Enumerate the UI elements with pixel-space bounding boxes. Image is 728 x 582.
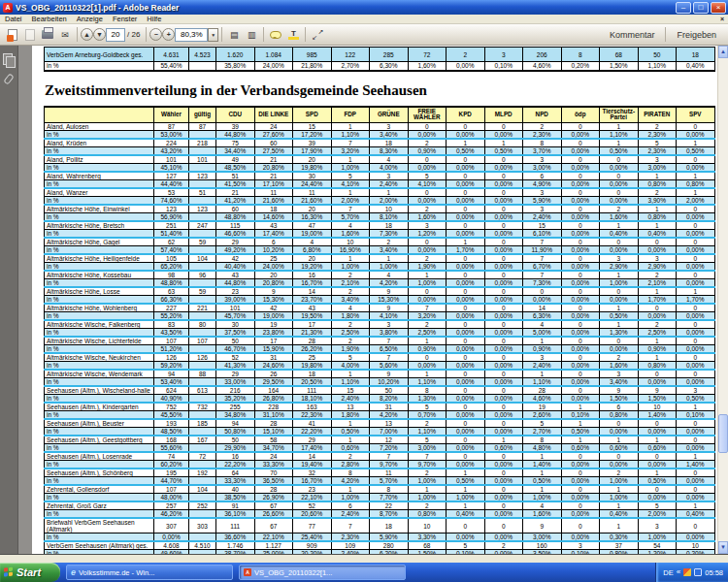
cell: 2 — [408, 139, 447, 147]
cell: 0 — [677, 485, 715, 494]
cell: 20 — [293, 155, 332, 164]
cell: 4,10% — [331, 180, 370, 189]
kommentar-button[interactable]: Kommentar — [602, 30, 663, 40]
add-comment-button[interactable] — [267, 26, 284, 44]
zoom-in-button[interactable]: + — [162, 28, 175, 41]
tray-icon-1[interactable] — [683, 568, 691, 576]
cell: 285 — [370, 48, 409, 62]
cell: 42 — [216, 254, 255, 263]
cell: 1,10% — [408, 378, 447, 387]
scroll-down-button[interactable]: ▼ — [718, 541, 728, 554]
close-button[interactable]: × — [711, 2, 726, 14]
language-indicator[interactable]: DE — [663, 568, 673, 577]
cell: 0,00% — [484, 213, 523, 222]
fit-width-button[interactable]: ▥ — [243, 26, 260, 44]
zoom-level-input[interactable] — [175, 28, 208, 42]
highlight-text-button[interactable]: T — [284, 26, 302, 44]
cell: 29 — [216, 238, 255, 246]
internet-explorer-icon: e — [71, 567, 76, 577]
cell: 0 — [447, 386, 485, 395]
row-label: Altmärkische Wische, Neukirchen — [45, 353, 154, 362]
page-thumbnails-icon[interactable] — [3, 53, 16, 66]
cell: 1 — [523, 370, 562, 378]
scroll-up-button[interactable]: ▲ — [718, 46, 728, 58]
scroll-thumb[interactable] — [718, 414, 728, 453]
cell: 25 — [293, 353, 332, 362]
cell: 1 — [677, 452, 715, 461]
cell: 36,50% — [254, 477, 293, 486]
cell: 7,00% — [370, 428, 409, 436]
print-icon — [42, 30, 53, 39]
cell: 0,60% — [484, 444, 523, 453]
cell: 17,40% — [254, 230, 293, 239]
start-button[interactable]: Start — [0, 563, 60, 582]
cell: 0 — [484, 452, 523, 461]
cell: 5 — [408, 403, 447, 411]
save-button[interactable] — [21, 26, 39, 44]
taskbar-task-pdf[interactable]: A VS_OBG_20110322[1... — [239, 565, 406, 580]
cell: 1 — [523, 485, 562, 494]
cell: 39 — [216, 123, 255, 131]
column-header: NPD — [523, 107, 562, 123]
next-page-button[interactable]: ▼ — [93, 28, 106, 41]
cell: 0 — [677, 518, 715, 534]
taskbar-task-browser[interactable]: e Volksstimme.de - Win... — [66, 565, 233, 580]
fullscreen-button[interactable]: ↗↙ — [309, 26, 326, 44]
tray-chevron-icon[interactable]: « — [677, 568, 680, 576]
cell: 167 — [189, 436, 216, 444]
zoom-out-button[interactable]: − — [149, 28, 162, 41]
cell: 2 — [370, 238, 409, 246]
vertical-scrollbar[interactable]: ▲ ▼ — [717, 46, 728, 554]
row-label: in % — [45, 246, 154, 255]
menu-item-bearbeiten[interactable]: Bearbeiten — [27, 15, 72, 23]
previous-page-button[interactable]: ▲ — [81, 28, 93, 41]
tray-icon-2[interactable] — [694, 568, 702, 576]
cell: 5,70% — [331, 213, 370, 222]
cell: 0 — [561, 254, 600, 263]
attachments-panel-button[interactable] — [3, 74, 16, 86]
email-button[interactable]: ✉ — [56, 26, 74, 44]
menu-item-hilfe[interactable]: Hilfe — [142, 15, 166, 23]
cell: 255 — [216, 403, 255, 411]
cell: 24,00% — [254, 62, 293, 71]
cell: 2 — [484, 541, 523, 550]
print-button[interactable] — [39, 26, 56, 44]
cell: 4 — [370, 271, 409, 279]
cell: 0 — [484, 287, 523, 296]
document-close-icon[interactable]: × — [716, 16, 728, 22]
cell: 0,00% — [561, 378, 600, 387]
menu-item-datei[interactable]: Datei — [0, 15, 27, 23]
cell: 1 — [408, 370, 447, 378]
cell: 4,80% — [523, 444, 562, 453]
table-row: Seehausen (Altm.), Losenrade747216241427… — [45, 452, 715, 461]
freigeben-button[interactable]: Freigeben — [669, 30, 724, 40]
cell: 0 — [447, 205, 485, 213]
cell: 0,00% — [561, 147, 600, 156]
cell: 1 — [677, 403, 715, 411]
cell: 0,20% — [561, 62, 600, 71]
open-pdf-button[interactable] — [4, 26, 21, 44]
windows-logo-icon — [4, 566, 14, 577]
table-row-percent: in %60,20%22,20%33,30%19,40%2,80%9,70%9,… — [45, 461, 715, 469]
cell: 0,00% — [677, 312, 715, 321]
cell: 0 — [600, 188, 639, 197]
minimize-button[interactable]: – — [676, 2, 691, 14]
table-row: Altmärkische Wische, Wendemark9488292618… — [45, 370, 715, 378]
menu-item-anzeige[interactable]: Anzeige — [72, 15, 108, 23]
zoom-dropdown-button[interactable]: ▼ — [208, 28, 218, 42]
page-number-input[interactable] — [106, 28, 125, 42]
cell — [189, 345, 216, 354]
cell: 0,00% — [484, 378, 523, 387]
menu-item-fenster[interactable]: Fenster — [108, 15, 142, 23]
cell: 32 — [293, 469, 332, 477]
scroll-mode-button[interactable]: ▤ — [225, 26, 243, 44]
cell: 624 — [154, 386, 189, 395]
cell: 12 — [370, 436, 409, 444]
cell: 0 — [484, 469, 523, 477]
cell: 163 — [293, 403, 332, 411]
cell: 0,00% — [484, 428, 523, 436]
cell: 107 — [154, 485, 189, 494]
cell: 50 — [370, 386, 409, 395]
cell: 3 — [638, 254, 677, 263]
restore-button[interactable]: □ — [693, 2, 709, 14]
